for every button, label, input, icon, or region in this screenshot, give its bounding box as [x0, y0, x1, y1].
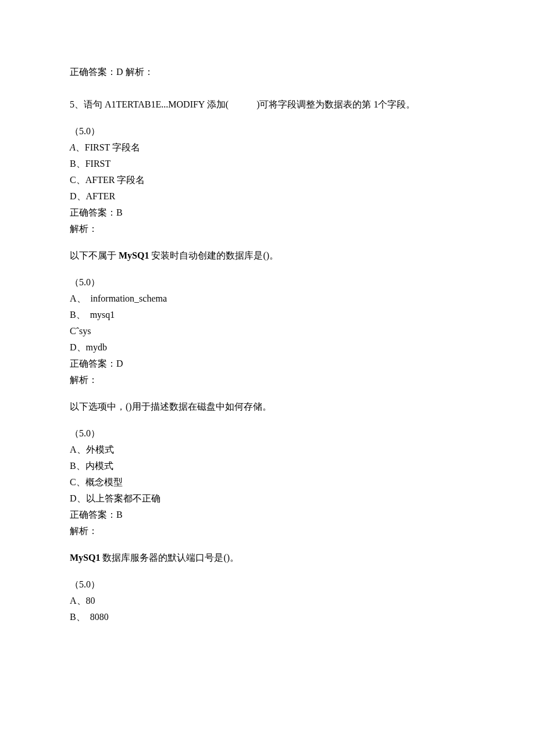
q7-opt-a: A、外模式	[70, 442, 465, 458]
q4-answer-line: 正确答案：D 解析：	[70, 64, 465, 80]
q5-opt-c: C、AFTER 字段名	[70, 172, 465, 188]
spacer	[70, 264, 465, 274]
spacer	[70, 539, 465, 550]
q8-points: （5.0）	[70, 576, 465, 593]
q5-analysis: 解析：	[70, 221, 465, 237]
q7-stem: 以下选项中，()用于描述数据在磁盘中如何存储。	[70, 399, 465, 415]
q5-opt-a-label: A	[70, 142, 76, 152]
q7-points: （5.0）	[70, 425, 465, 442]
q5-opt-a: A、FIRST 字段名	[70, 139, 465, 156]
spacer	[70, 415, 465, 425]
q8-opt-b: B、 8080	[70, 609, 465, 625]
q5-opt-a-text: 、FIRST 字段名	[76, 142, 140, 152]
q5-opt-d: D、AFTER	[70, 188, 465, 205]
spacer	[70, 237, 465, 248]
q5-opt-b: B、FIRST	[70, 156, 465, 172]
q6-points: （5.0）	[70, 274, 465, 291]
q6-opt-b: B、 mysq1	[70, 307, 465, 323]
q5-answer: 正确答案：B	[70, 205, 465, 221]
q6-stem-bold: MySQ1	[119, 250, 149, 260]
spacer	[70, 80, 465, 96]
q6-answer: 正确答案：D	[70, 356, 465, 372]
q6-stem-post: 安装时自动创建的数据库是()。	[149, 250, 279, 260]
q5-points: （5.0）	[70, 123, 465, 139]
spacer	[70, 566, 465, 576]
spacer	[70, 388, 465, 399]
q7-answer: 正确答案：B	[70, 507, 465, 523]
q6-opt-a: A、 information_schema	[70, 291, 465, 307]
q6-opt-c: Cˆsys	[70, 323, 465, 339]
q8-stem: MySQ1 数据库服务器的默认端口号是()。	[70, 550, 465, 566]
q7-opt-b: B、内模式	[70, 458, 465, 474]
q8-stem-bold: MySQ1	[70, 553, 100, 562]
spacer	[70, 113, 465, 123]
q6-opt-d: D、mydb	[70, 339, 465, 356]
q6-analysis: 解析：	[70, 372, 465, 388]
q7-opt-c: C、概念模型	[70, 474, 465, 490]
q7-opt-d: D、以上答案都不正确	[70, 490, 465, 507]
q8-stem-post: 数据库服务器的默认端口号是()。	[100, 553, 239, 562]
q6-stem-pre: 以下不属于	[70, 250, 119, 260]
q5-stem: 5、语句 A1TERTAB1E...MODIFY 添加( )可将字段调整为数据表…	[70, 96, 465, 113]
q6-stem: 以下不属于 MySQ1 安装时自动创建的数据库是()。	[70, 248, 465, 264]
q7-analysis: 解析：	[70, 523, 465, 539]
q8-opt-a: A、80	[70, 593, 465, 609]
